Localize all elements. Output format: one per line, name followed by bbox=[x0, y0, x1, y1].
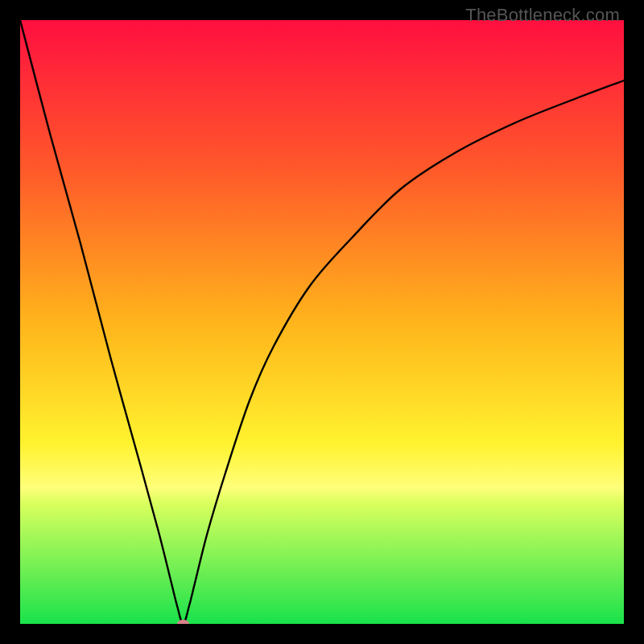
bottleneck-chart bbox=[20, 20, 624, 624]
chart-frame bbox=[20, 20, 624, 624]
watermark-text: TheBottleneck.com bbox=[465, 5, 620, 26]
gradient-background bbox=[20, 20, 624, 624]
